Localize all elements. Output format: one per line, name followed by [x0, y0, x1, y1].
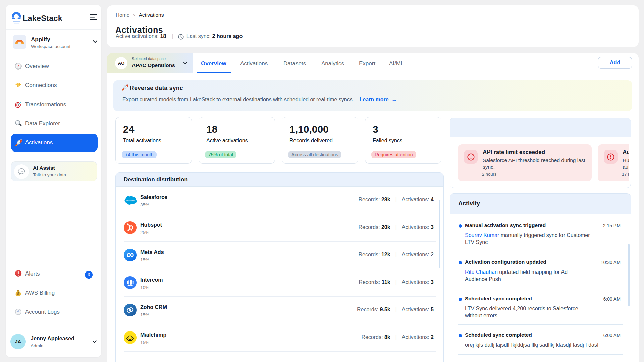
svg-text:$: $ — [17, 292, 19, 296]
svg-text:salesforce: salesforce — [126, 200, 135, 202]
